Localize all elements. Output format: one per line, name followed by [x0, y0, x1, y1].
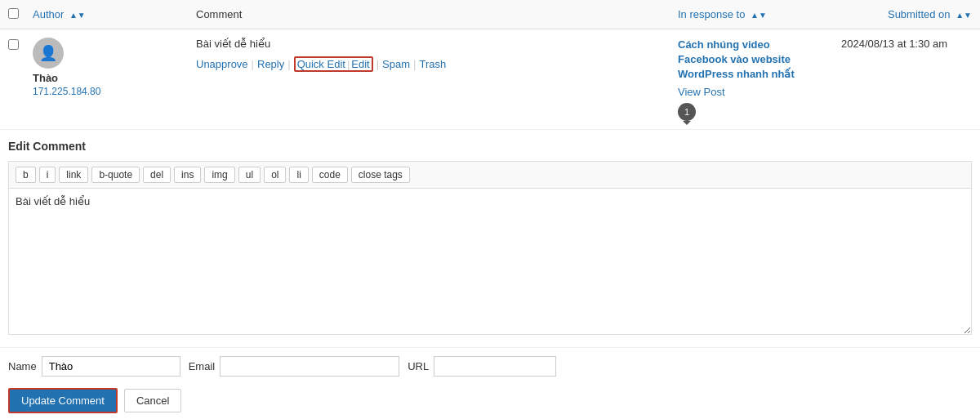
table-row: 👤 Thào 171.225.184.80 Bài viết dễ hiểu U… [0, 29, 980, 130]
comment-textarea[interactable] [8, 188, 972, 335]
response-link[interactable]: Cách nhúng video Facebook vào website Wo… [678, 38, 841, 82]
submitted-col: 2024/08/13 at 1:30 am [841, 38, 972, 50]
toolbar-btn-b[interactable]: b [16, 167, 36, 183]
comment-col: Bài viết dễ hiểu Unapprove | Reply | Qui… [196, 38, 678, 72]
name-label: Name [8, 360, 37, 372]
toolbar-btn-i[interactable]: i [39, 167, 56, 183]
update-comment-button[interactable]: Update Comment [8, 388, 118, 413]
email-group: Email [189, 356, 400, 377]
url-input[interactable] [434, 356, 556, 377]
submitted-sort-arrows: ▲▼ [956, 11, 972, 20]
row-checkbox[interactable] [8, 39, 19, 50]
form-buttons: Update Comment Cancel [0, 385, 980, 419]
header-submitted[interactable]: Submitted on ▲▼ [841, 8, 972, 20]
comment-text: Bài viết dễ hiểu [196, 38, 670, 50]
toolbar-btn-link[interactable]: link [59, 167, 88, 183]
quick-edit-box: Quick Edit | Edit [294, 56, 373, 72]
header-checkbox-col [8, 8, 33, 21]
toolbar-btn-del[interactable]: del [143, 167, 171, 183]
edit-comment-title: Edit Comment [8, 140, 972, 153]
quick-edit-link[interactable]: Quick Edit [297, 58, 345, 70]
reply-link[interactable]: Reply [257, 58, 284, 70]
view-post-link[interactable]: View Post [678, 86, 841, 98]
avatar: 👤 [33, 38, 64, 69]
toolbar-btn-close-tags[interactable]: close tags [351, 167, 410, 183]
header-response[interactable]: In response to ▲▼ [678, 8, 841, 20]
author-name: Thào [33, 72, 196, 84]
author-col: 👤 Thào 171.225.184.80 [33, 38, 196, 97]
row-checkbox-col [8, 38, 33, 52]
email-label: Email [189, 360, 216, 372]
response-col: Cách nhúng video Facebook vào website Wo… [678, 38, 841, 121]
toolbar-btn-li[interactable]: li [289, 167, 308, 183]
name-group: Name [8, 356, 180, 377]
edit-comment-section: Edit Comment bilinkb-quotedelinsimguloll… [0, 130, 980, 348]
email-input[interactable] [220, 356, 399, 377]
header-author[interactable]: Author ▲▼ [33, 8, 196, 20]
comment-actions: Unapprove | Reply | Quick Edit | Edit | … [196, 56, 670, 72]
spam-link[interactable]: Spam [382, 58, 410, 70]
url-label: URL [408, 360, 429, 372]
toolbar-btn-img[interactable]: img [204, 167, 234, 183]
toolbar-btn-ol[interactable]: ol [264, 167, 286, 183]
header-comment: Comment [196, 8, 678, 20]
toolbar-btn-ul[interactable]: ul [238, 167, 261, 183]
cancel-button[interactable]: Cancel [124, 389, 181, 412]
trash-link[interactable]: Trash [419, 58, 446, 70]
toolbar-btn-code[interactable]: code [312, 167, 348, 183]
response-sort-arrows: ▲▼ [751, 11, 767, 20]
comment-count-badge: 1 [678, 103, 696, 121]
editor-toolbar: bilinkb-quotedelinsimgulollicodeclose ta… [8, 161, 972, 188]
submitted-sort-label[interactable]: Submitted on ▲▼ [888, 8, 972, 20]
toolbar-btn-ins[interactable]: ins [174, 167, 201, 183]
author-ip[interactable]: 171.225.184.80 [33, 86, 196, 97]
url-group: URL [408, 356, 556, 377]
toolbar-btn-b-quote[interactable]: b-quote [91, 167, 140, 183]
edit-link[interactable]: Edit [351, 58, 369, 70]
name-input[interactable] [42, 356, 180, 377]
table-header: Author ▲▼ Comment In response to ▲▼ Subm… [0, 0, 980, 29]
form-fields: Name Email URL [0, 348, 980, 385]
author-sort-arrows: ▲▼ [69, 11, 86, 20]
response-sort-label[interactable]: In response to ▲▼ [678, 8, 767, 20]
select-all-checkbox[interactable] [8, 8, 19, 19]
unapprove-link[interactable]: Unapprove [196, 58, 248, 70]
author-sort-label[interactable]: Author ▲▼ [33, 8, 86, 20]
